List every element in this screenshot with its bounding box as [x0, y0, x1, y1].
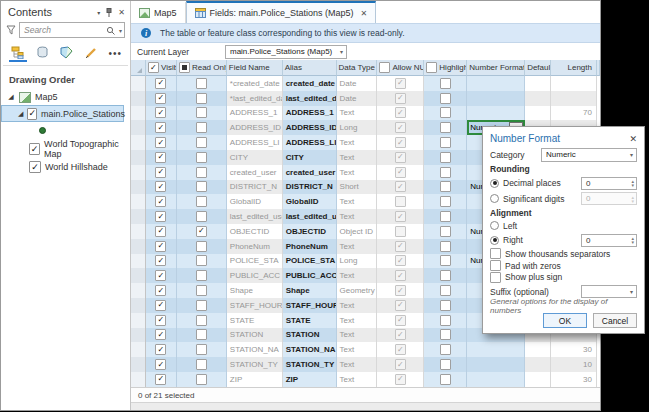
read-only-checkbox[interactable]: [196, 211, 207, 222]
row-selector[interactable]: [131, 283, 146, 298]
list-by-editing-button[interactable]: [82, 44, 100, 62]
visible-checkbox[interactable]: [155, 181, 166, 192]
layer-visibility-checkbox[interactable]: [29, 143, 40, 155]
visible-checkbox[interactable]: [155, 137, 166, 148]
close-panel-icon[interactable]: ✕: [118, 8, 125, 17]
number-format-cell[interactable]: [467, 76, 525, 91]
visible-checkbox[interactable]: [155, 211, 166, 222]
header-number-format[interactable]: Number Format: [467, 60, 525, 76]
cancel-button[interactable]: Cancel: [593, 313, 637, 328]
read-only-checkbox[interactable]: [196, 196, 207, 207]
visible-checkbox[interactable]: [155, 285, 166, 296]
alias-cell[interactable]: ADDRESS_LI: [283, 135, 337, 150]
row-selector[interactable]: [131, 106, 146, 121]
header-visible[interactable]: Visible: [146, 60, 177, 76]
alias-cell[interactable]: STAFF_HOUR: [283, 298, 337, 313]
expand-icon[interactable]: ◢: [18, 110, 23, 118]
alias-cell[interactable]: created_user: [283, 165, 337, 180]
expand-icon[interactable]: ◢: [7, 93, 15, 101]
stepper-arrows-icon[interactable]: ▴▾: [631, 236, 636, 244]
visible-all-checkbox[interactable]: [148, 62, 159, 73]
highlight-checkbox[interactable]: [440, 270, 451, 281]
pad-with-zeros-checkbox[interactable]: [490, 260, 501, 271]
row-selector[interactable]: [131, 254, 146, 269]
align-left-radio[interactable]: [490, 221, 499, 230]
visible-checkbox[interactable]: [155, 93, 166, 104]
significant-digits-radio[interactable]: [490, 194, 499, 203]
alias-cell[interactable]: last_edited_user: [283, 209, 337, 224]
default-cell[interactable]: [525, 357, 551, 372]
row-selector[interactable]: [131, 165, 146, 180]
visible-checkbox[interactable]: [155, 167, 166, 178]
visible-checkbox[interactable]: [155, 300, 166, 311]
length-cell[interactable]: 30: [551, 342, 597, 357]
alias-cell[interactable]: GlobalID: [283, 194, 337, 209]
show-thousands-separators-checkbox[interactable]: [490, 248, 501, 259]
read-only-checkbox[interactable]: [196, 300, 207, 311]
alias-cell[interactable]: PhoneNum: [283, 239, 337, 254]
tree-item-map5[interactable]: ◢ Map5: [1, 89, 130, 105]
read-only-checkbox[interactable]: [196, 93, 207, 104]
visible-checkbox[interactable]: [155, 122, 166, 133]
alias-cell[interactable]: ZIP: [283, 372, 337, 387]
stepper-arrows-icon[interactable]: ▴▾: [631, 179, 636, 187]
category-dropdown[interactable]: Numeric ▾: [541, 148, 637, 162]
row-selector[interactable]: [131, 224, 146, 239]
highlight-checkbox[interactable]: [440, 167, 451, 178]
highlight-checkbox[interactable]: [440, 285, 451, 296]
visible-checkbox[interactable]: [155, 270, 166, 281]
row-selector[interactable]: [131, 180, 146, 195]
default-cell[interactable]: [525, 106, 551, 121]
read-only-all-checkbox[interactable]: [179, 62, 190, 73]
read-only-checkbox[interactable]: [196, 181, 207, 192]
read-only-checkbox[interactable]: [196, 152, 207, 163]
header-highlight[interactable]: Highlight: [424, 60, 467, 76]
header-read-only[interactable]: Read Only: [177, 60, 227, 76]
row-selector[interactable]: [131, 194, 146, 209]
read-only-checkbox[interactable]: [196, 167, 207, 178]
length-cell[interactable]: 30: [551, 372, 597, 387]
read-only-checkbox[interactable]: [196, 285, 207, 296]
read-only-checkbox[interactable]: [196, 270, 207, 281]
right-width-stepper[interactable]: 0 ▴▾: [581, 234, 637, 247]
decimal-places-stepper[interactable]: 0 ▴▾: [581, 177, 637, 190]
header-alias[interactable]: Alias: [283, 60, 337, 76]
highlight-checkbox[interactable]: [440, 300, 451, 311]
visible-checkbox[interactable]: [155, 315, 166, 326]
show-plus-sign-checkbox[interactable]: [490, 272, 501, 283]
read-only-checkbox[interactable]: [196, 226, 207, 237]
layer-visibility-checkbox[interactable]: [27, 108, 37, 120]
alias-cell[interactable]: STATE: [283, 313, 337, 328]
current-layer-dropdown[interactable]: main.Police_Stations (Map5) ▾: [225, 45, 347, 59]
highlight-checkbox[interactable]: [440, 315, 451, 326]
visible-checkbox[interactable]: [155, 226, 166, 237]
alias-cell[interactable]: ADDRESS_1: [283, 106, 337, 121]
default-cell[interactable]: [525, 372, 551, 387]
search-input[interactable]: Search ▾: [19, 22, 125, 38]
alias-cell[interactable]: CITY: [283, 150, 337, 165]
number-format-cell[interactable]: [467, 357, 525, 372]
row-selector[interactable]: [131, 298, 146, 313]
row-selector[interactable]: [131, 372, 146, 387]
read-only-checkbox[interactable]: [196, 78, 207, 89]
tree-item-symbol[interactable]: [1, 122, 130, 138]
list-by-data-source-button[interactable]: [33, 44, 51, 62]
allow-null-all-checkbox[interactable]: [379, 62, 390, 73]
alias-cell[interactable]: DISTRICT_N: [283, 180, 337, 195]
read-only-checkbox[interactable]: [196, 315, 207, 326]
length-cell[interactable]: 10: [551, 357, 597, 372]
number-format-cell[interactable]: [467, 91, 525, 106]
highlight-checkbox[interactable]: [440, 226, 451, 237]
highlight-checkbox[interactable]: [440, 329, 451, 340]
highlight-all-checkbox[interactable]: [426, 62, 437, 73]
highlight-checkbox[interactable]: [440, 152, 451, 163]
row-selector[interactable]: [131, 76, 146, 91]
read-only-checkbox[interactable]: [196, 122, 207, 133]
length-cell[interactable]: [551, 91, 597, 106]
row-selector[interactable]: [131, 357, 146, 372]
filter-icon[interactable]: [6, 25, 16, 35]
alias-cell[interactable]: ADDRESS_ID: [283, 120, 337, 135]
decimal-places-radio[interactable]: [490, 179, 499, 188]
pin-icon[interactable]: [105, 8, 113, 17]
read-only-checkbox[interactable]: [196, 359, 207, 370]
